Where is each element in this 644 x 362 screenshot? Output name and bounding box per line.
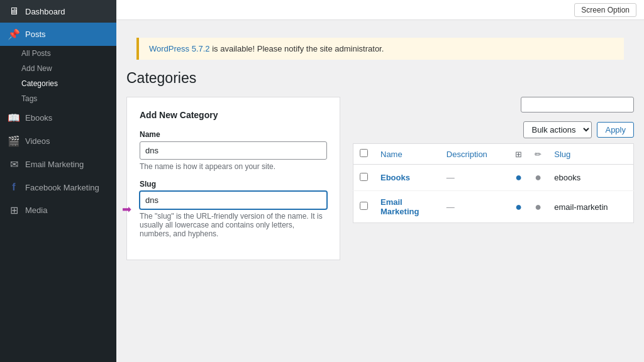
- apply-button[interactable]: Apply: [597, 122, 634, 138]
- dashboard-icon: 🖥: [8, 6, 20, 17]
- ebooks-dot-blue: ●: [515, 171, 522, 184]
- select-all-checkbox[interactable]: [360, 149, 368, 157]
- email-marketing-dash: —: [447, 202, 455, 212]
- row-dot2-email-marketing: ●: [528, 191, 548, 223]
- email-marketing-link[interactable]: EmailMarketing: [380, 197, 419, 216]
- ebooks-icon: 📖: [8, 112, 20, 124]
- row-name-ebooks: Ebooks: [374, 165, 440, 191]
- sidebar-item-categories[interactable]: Categories: [0, 76, 116, 91]
- sidebar-label-dashboard: Dashboard: [25, 7, 109, 16]
- sidebar-item-all-posts[interactable]: All Posts: [0, 46, 116, 61]
- content-area: WordPress 5.7.2 is available! Please not…: [116, 20, 644, 362]
- sidebar-label-facebook-marketing: Facebook Marketing: [25, 183, 109, 192]
- row-name-email-marketing: EmailMarketing: [374, 191, 440, 223]
- sidebar-label-ebooks: Ebooks: [25, 113, 109, 123]
- search-input[interactable]: [521, 97, 634, 112]
- row-check-email-marketing[interactable]: [353, 191, 375, 223]
- sidebar-item-posts[interactable]: 📌 Posts: [0, 23, 116, 46]
- add-category-form: Add New Category Name The name is how it…: [126, 97, 340, 260]
- ebooks-dash: —: [447, 173, 455, 182]
- table-row: EmailMarketing — ● ● email-market: [353, 191, 634, 223]
- col-header-name[interactable]: Name: [374, 144, 440, 165]
- row-slug-ebooks: ebooks: [548, 165, 633, 191]
- sidebar-label-email-marketing: Email Marketing: [25, 160, 109, 169]
- slug-label: Slug: [140, 180, 327, 189]
- sidebar-item-ebooks[interactable]: 📖 Ebooks: [0, 106, 116, 129]
- table-row: Ebooks — ● ● ebooks: [353, 165, 634, 191]
- page-title: Categories: [126, 70, 634, 87]
- col-header-icon1: ⊞: [509, 144, 528, 165]
- facebook-marketing-icon: f: [8, 182, 20, 193]
- sidebar-item-add-new[interactable]: Add New: [0, 61, 116, 76]
- sidebar-item-tags[interactable]: Tags: [0, 91, 116, 106]
- posts-icon: 📌: [8, 28, 20, 40]
- categories-table-panel: Bulk actions Apply Name Description ⊞: [353, 97, 634, 260]
- videos-icon: 🎬: [8, 135, 20, 147]
- sidebar-label-videos: Videos: [25, 136, 109, 146]
- tags-label: Tags: [21, 94, 37, 103]
- categories-label: Categories: [21, 79, 58, 88]
- notification-text: is available! Please notify the site adm…: [210, 44, 384, 53]
- sidebar: 🖥 Dashboard 📌 Posts All Posts Add New Ca…: [0, 0, 116, 362]
- add-new-label: Add New: [21, 64, 52, 73]
- sidebar-item-email-marketing[interactable]: ✉ Email Marketing: [0, 153, 116, 176]
- screen-option-button[interactable]: Screen Option: [574, 3, 636, 17]
- bulk-actions-select[interactable]: Bulk actions: [523, 121, 592, 138]
- row-checkbox-ebooks[interactable]: [360, 173, 368, 181]
- bulk-toolbar: Bulk actions Apply: [353, 121, 634, 138]
- name-label: Name: [140, 130, 327, 139]
- main-area: Screen Option WordPress 5.7.2 is availab…: [116, 0, 644, 362]
- arrow-indicator: ➡: [122, 202, 131, 216]
- email-marketing-dot-blue: ●: [515, 200, 522, 213]
- name-input[interactable]: [140, 141, 327, 160]
- email-marketing-dot-gray: ●: [535, 200, 541, 213]
- notification-bar: WordPress 5.7.2 is available! Please not…: [136, 38, 624, 60]
- wordpress-update-link[interactable]: WordPress 5.7.2: [149, 44, 210, 53]
- col-header-description[interactable]: Description: [440, 144, 509, 165]
- topbar: Screen Option: [116, 0, 644, 20]
- name-hint: The name is how it appears on your site.: [140, 162, 327, 171]
- content-body: Add New Category Name The name is how it…: [126, 97, 634, 260]
- slug-hint: The "slug" is the URL-friendly version o…: [140, 212, 327, 238]
- sidebar-item-media[interactable]: ⊞ Media: [0, 199, 116, 222]
- row-desc-ebooks: —: [440, 165, 509, 191]
- slug-field-group: ➡ Slug The "slug" is the URL-friendly ve…: [140, 180, 327, 238]
- row-slug-email-marketing: email-marketin: [548, 191, 633, 223]
- row-check-ebooks[interactable]: [353, 165, 375, 191]
- sidebar-item-dashboard[interactable]: 🖥 Dashboard: [0, 0, 116, 23]
- col-header-check: [353, 144, 375, 165]
- sidebar-item-videos[interactable]: 🎬 Videos: [0, 129, 116, 153]
- col-header-icon2: ✏: [528, 144, 548, 165]
- row-dot1-ebooks: ●: [509, 165, 528, 191]
- ebooks-link[interactable]: Ebooks: [380, 173, 410, 182]
- name-field-group: Name The name is how it appears on your …: [140, 130, 327, 171]
- email-marketing-icon: ✉: [8, 158, 20, 170]
- ebooks-dot-gray: ●: [535, 171, 541, 184]
- slug-input[interactable]: [140, 191, 327, 209]
- sidebar-label-media: Media: [25, 206, 109, 215]
- row-checkbox-email-marketing[interactable]: [360, 202, 368, 210]
- form-title: Add New Category: [140, 110, 327, 120]
- sidebar-item-facebook-marketing[interactable]: f Facebook Marketing: [0, 176, 116, 199]
- media-icon: ⊞: [8, 204, 20, 216]
- col-header-slug[interactable]: Slug: [548, 144, 633, 165]
- row-dot1-email-marketing: ●: [509, 191, 528, 223]
- sidebar-label-posts: Posts: [25, 30, 109, 39]
- all-posts-label: All Posts: [21, 49, 51, 58]
- row-dot2-ebooks: ●: [528, 165, 548, 191]
- row-desc-email-marketing: —: [440, 191, 509, 223]
- categories-table: Name Description ⊞ ✏ Slug: [353, 143, 634, 223]
